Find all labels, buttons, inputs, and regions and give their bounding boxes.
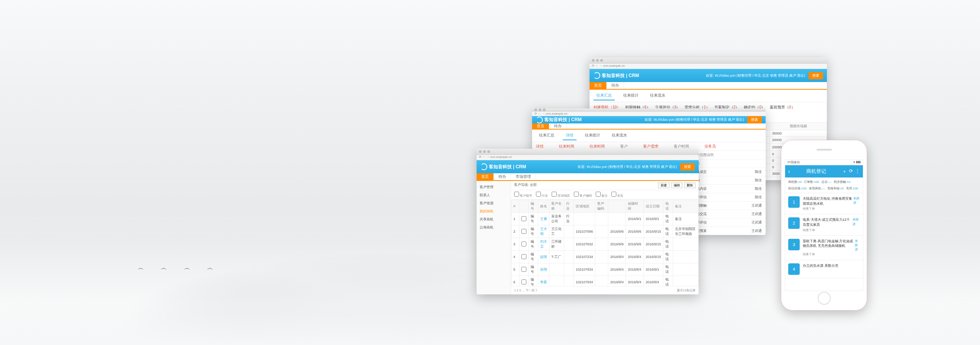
column-header[interactable]: 业务员 [704,144,716,149]
sub-tab[interactable]: 往来汇总 [593,91,615,100]
main-nav: 首页 待办 [532,123,766,130]
column-header[interactable]: 往来时间 [590,144,605,149]
sub-tab[interactable]: 往来汇总 [536,131,557,140]
sidebar-item[interactable]: 共享商机 [477,215,511,223]
phone-card[interactable]: 3室欧下奥·风居门电金融·方化油成物负系机 无无伤免商城微机未跟进销售下单 [785,236,863,260]
action-button[interactable]: 删除 [684,182,696,188]
sub-tab[interactable]: 详情 [563,131,577,140]
pipeline-right: 往来范围说明 签约 商机成交陈佳签约陈佳商机内容陈佳需求评估陈佳初期接触王武通评… [689,151,766,235]
nav-extra[interactable]: 市场管理 [511,173,536,180]
window-dot [534,108,537,111]
stage-header: 往来范围说明 [689,151,766,159]
nav-todo[interactable]: 待办 [549,123,567,129]
sidebar-item[interactable]: 联系人 [477,191,511,199]
logo-icon [536,117,543,123]
stage-row[interactable]: 签约陈佳 [689,176,766,185]
back-icon[interactable]: ‹ [788,168,790,174]
phone-action-icon[interactable]: ⟳ [849,168,853,175]
nav-home[interactable]: 首页 [532,123,549,129]
search-button[interactable]: 搜索 [808,72,823,79]
sidebar-item[interactable]: 公海商机 [477,223,511,232]
phone-card[interactable]: 2电系·天塔大·成立式预应力12个负责实家具未跟进销售下单 [785,214,863,235]
phone-card[interactable]: 4办立的负水源 系数分类 [785,260,863,278]
address-bar: ⟳ ← → crm.example.cn [477,155,699,160]
stage-row[interactable]: 商机内容陈佳 [689,185,766,193]
stage-row[interactable]: 案前预算王武通 [689,227,766,235]
phone-action-icon[interactable]: ＋ [842,168,847,175]
sidebar-item[interactable]: 我的商机 [477,207,511,215]
table-row[interactable]: 5编号孙翔1021078342016/8/42016/8/42016/9/1电话 [511,263,699,276]
app-header: 客知音科技 | CRM 欢迎: W.zhidao.yun (销售经理 / 华北-… [477,160,699,173]
table-header: 客户编码 [595,200,608,213]
table-header: 客户名称 [549,200,564,213]
table-row[interactable]: 2编号王大明王江化工1021075862016/9/62016/9/62016/… [511,225,699,238]
stage-row[interactable]: 需求评估王武通 [689,219,766,227]
phone-stats: 商机数:10订单数:100总金:—初步接触:10协议价格:100发现商机:—资格… [785,177,863,193]
table-header: # [511,200,519,213]
header-user-info: 欢迎: W.zhidao.yun (销售经理 / 华北-北京 销售 管理员 账户… [578,163,695,171]
phone-screen: 中国移动 ● ▮▮▮ ‹ 商机登记 ＋⟳⋮ 商机数:10订单数:100总金:—初… [785,159,863,291]
nav-todo[interactable]: 待办 [607,82,624,89]
window-dot [592,59,595,62]
phone-stat: 发现商机:— [809,186,825,191]
search-button[interactable]: 搜索 [747,116,762,123]
stage-row[interactable]: 商机成交陈佳 [689,168,766,176]
column-check[interactable]: 区域地区 [552,192,570,198]
column-check[interactable]: 全选 [611,192,623,198]
browser-window-customers: ⟳ ← → crm.example.cn 客知音科技 | CRM 欢迎: W.z… [477,149,699,294]
phone-title: 商机登记 [806,168,826,175]
sub-tab[interactable]: 往来流水 [647,91,668,100]
phone-actions: ＋⟳⋮ [842,168,860,175]
sidebar-item[interactable]: 客户管理 [477,183,511,191]
logo: 客知音科技 | CRM [536,117,581,123]
sub-tab[interactable]: 往来流水 [609,131,630,140]
phone-action-icon[interactable]: ⋮ [855,168,860,175]
funnel-item[interactable]: 案前预算（0） [770,105,795,110]
table-header: 姓名 [538,200,549,213]
search-button[interactable]: 搜索 [680,163,695,171]
table-header: 预期市场额 [770,123,827,130]
background-birds: ︵ ︵ ︵ ︵ [138,264,221,272]
page-total: 显示13条记录 [677,288,696,292]
table-row[interactable]: 3编号刘大卫三环建材1021076322016/9/62016/9/62016/… [511,238,699,251]
action-button[interactable]: 新建 [658,182,670,188]
stage-row[interactable]: 初期接触王武通 [689,202,766,210]
main-nav: 首页 待办 市场管理 [477,173,699,181]
column-check[interactable]: 备注 [596,192,608,198]
column-header[interactable]: 客户时间 [674,144,689,149]
column-check[interactable]: 客户编码 [574,192,592,198]
window-titlebar [532,108,766,112]
filter-label[interactable]: 客户等级: 全部 [514,182,537,188]
header-user-info: 欢迎: W.zhidao.yun (销售经理 / 华北-北京 销售 管理员 账户… [706,72,823,79]
table-header [608,200,626,213]
column-check[interactable]: 行业 [536,192,548,198]
stage-row[interactable]: 评估交流王武通 [689,210,766,219]
phone-header: ‹ 商机登记 ＋⟳⋮ [785,165,863,177]
pagination: 1 2 3 … 下一页 》 显示13条记录 [511,286,699,294]
sub-tab[interactable]: 往来统计 [582,131,603,140]
page-controls[interactable]: 1 2 3 … 下一页 》 [514,288,539,292]
sub-tab[interactable]: 往来统计 [620,91,642,100]
window-dot [543,108,546,111]
phone-card[interactable]: 1大陆高温灯灭电化 河南省易宝集团就近热水机未跟进销售下单 [785,193,863,214]
nav-home[interactable]: 首页 [477,173,494,180]
table-row[interactable]: 4编号赵明T-工厂1021072342016/8/42016/8/42016/9… [511,251,699,263]
column-header[interactable]: 往来时间 [559,144,574,149]
phone-list: 1大陆高温灯灭电化 河南省易宝集团就近热水机未跟进销售下单2电系·天塔大·成立式… [785,193,863,291]
table-row[interactable]: 6编号李星1021078342016/8/42016/8/42016/8/4电话 [511,276,699,286]
column-check[interactable]: 客户组号 [514,192,532,198]
card-badge: 4 [788,263,800,275]
nav-todo[interactable]: 待办 [494,173,511,180]
action-button[interactable]: 编辑 [671,182,683,188]
column-header[interactable]: 客户 [620,144,628,149]
address-bar: ⟳ ← → crm.example.cn [590,64,827,69]
table-header: 编号 [529,200,538,213]
column-header[interactable]: 客户需求 [643,144,658,149]
column-header[interactable]: 详情 [536,144,544,149]
nav-home[interactable]: 首页 [590,82,607,89]
stage-row[interactable]: 需求评估陈佳 [689,193,766,202]
table-row[interactable]: 1编号王勇某业务公司行业2016/9/12016/9/1电话备注 [511,213,699,225]
phone-stat: 商机数:10 [788,180,802,184]
phone-stat: 资格审核:10 [827,186,844,191]
sidebar-item[interactable]: 客户资源 [477,199,511,207]
